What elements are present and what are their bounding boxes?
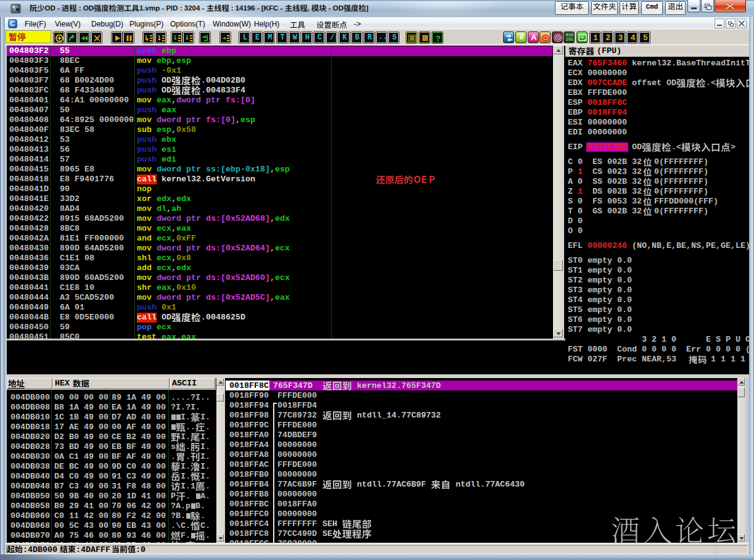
svg-text:?: ? (436, 34, 441, 43)
